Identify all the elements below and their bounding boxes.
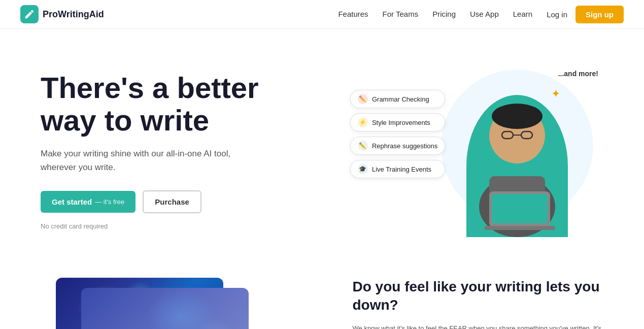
svg-point-5 xyxy=(492,104,543,129)
svg-rect-8 xyxy=(492,194,548,223)
feature-pills: ✏️ Grammar Checking ⚡ Style Improvements… xyxy=(350,90,445,178)
nav-use-app[interactable]: Use App xyxy=(470,10,499,18)
pill-style: ⚡ Style Improvements xyxy=(350,113,445,131)
training-label: Live Training Events xyxy=(372,166,431,173)
pill-rephrase: ✏️ Rephrase suggestions xyxy=(350,137,445,155)
get-started-label: Get started xyxy=(52,198,92,206)
style-icon: ⚡ xyxy=(358,117,368,127)
section2-right: Do you feel like your writing lets you d… xyxy=(353,273,604,329)
hero-left: There's a better way to write Make your … xyxy=(41,72,350,230)
nav-links: Features For Teams Pricing Use App Learn xyxy=(338,10,532,19)
grammar-icon: ✏️ xyxy=(358,94,368,104)
section2-heading: Do you feel like your writing lets you d… xyxy=(353,278,604,315)
svg-rect-9 xyxy=(484,226,555,230)
nav-learn[interactable]: Learn xyxy=(513,10,532,18)
section2: My idea in my head Do you feel like your… xyxy=(0,273,644,329)
free-tag: — it's free xyxy=(95,198,124,206)
hero-right: ✏️ Grammar Checking ⚡ Style Improvements… xyxy=(350,59,603,242)
grammar-label: Grammar Checking xyxy=(372,95,429,103)
person-area xyxy=(451,64,583,237)
hero-section: There's a better way to write Make your … xyxy=(0,29,644,262)
idea-swirl xyxy=(81,288,249,329)
hero-illustration: ✏️ Grammar Checking ⚡ Style Improvements… xyxy=(350,59,603,242)
nav-for-teams[interactable]: For Teams xyxy=(383,10,419,18)
logo-icon xyxy=(20,5,39,23)
pill-grammar: ✏️ Grammar Checking xyxy=(350,90,445,108)
get-started-button[interactable]: Get started — it's free xyxy=(41,191,135,213)
nav-right: Log in Sign up xyxy=(547,6,624,23)
sparkle-icon: ✦ xyxy=(551,87,560,101)
no-credit-card-text: No credit card required xyxy=(41,222,350,230)
logo-link[interactable]: ProWritingAid xyxy=(20,5,104,23)
style-label: Style Improvements xyxy=(372,119,430,126)
cards-stack: My idea in my head xyxy=(41,273,223,329)
rephrase-icon: ✏️ xyxy=(358,141,368,151)
nav-pricing[interactable]: Pricing xyxy=(432,10,456,18)
purchase-button[interactable]: Purchase xyxy=(143,190,201,213)
hero-heading: There's a better way to write xyxy=(41,72,350,137)
section2-text: We know what it's like to feel the FEAR … xyxy=(353,323,604,329)
idea-card: My idea in my head xyxy=(81,288,249,329)
hero-buttons: Get started — it's free Purchase xyxy=(41,190,350,213)
section2-cards: My idea in my head xyxy=(41,273,322,329)
pill-training: 🎓 Live Training Events xyxy=(350,160,445,178)
rephrase-label: Rephrase suggestions xyxy=(372,142,437,150)
card-front: My idea in my head xyxy=(81,288,249,329)
brand-name: ProWritingAid xyxy=(43,9,104,20)
hero-subtext: Make your writing shine with our all-in-… xyxy=(41,147,254,174)
training-icon: 🎓 xyxy=(358,164,368,174)
nav-features[interactable]: Features xyxy=(338,10,368,18)
login-button[interactable]: Log in xyxy=(547,10,567,19)
signup-button[interactable]: Sign up xyxy=(575,6,624,23)
navbar: ProWritingAid Features For Teams Pricing… xyxy=(0,0,644,29)
and-more-label: ...and more! xyxy=(558,70,598,78)
